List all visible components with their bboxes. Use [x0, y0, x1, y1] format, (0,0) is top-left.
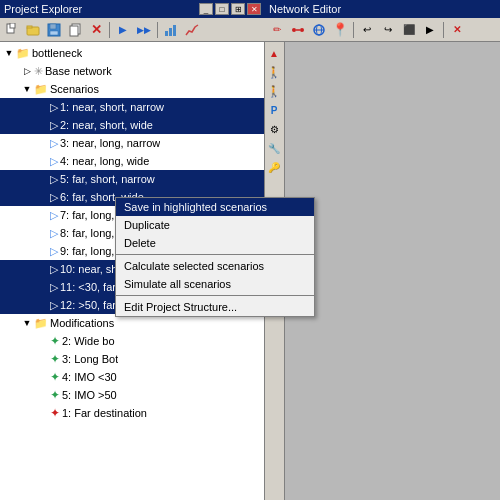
modifications-folder-label: Modifications: [50, 317, 114, 329]
right-title-bar: Network Editor: [265, 0, 500, 18]
toolbar-btn-copy[interactable]: [65, 20, 85, 40]
expand-m5: [36, 388, 50, 402]
context-menu-item-edit-project[interactable]: Edit Project Structure...: [116, 298, 314, 316]
toolbar-btn-delete[interactable]: ✕: [86, 20, 106, 40]
tree-item-scenarios-folder[interactable]: ▼ 📁 Scenarios: [0, 80, 264, 98]
left-title-bar: Project Explorer _ □ ⊞ ✕: [0, 0, 265, 18]
tree-item-s3[interactable]: ▷ 3: near, long, narrow: [0, 134, 264, 152]
context-menu-item-duplicate[interactable]: Duplicate: [116, 216, 314, 234]
close-btn[interactable]: ✕: [247, 3, 261, 15]
side-icon-wrench[interactable]: 🔧: [265, 139, 283, 157]
expand-s2: [36, 118, 50, 132]
project-explorer-panel: ▼ 📁 bottleneck ▷ ✳ Base network ▼ 📁 Scen…: [0, 42, 265, 500]
scenario-icon-s8: ▷: [50, 227, 58, 240]
tree-item-s4[interactable]: ▷ 4: near, long, wide: [0, 152, 264, 170]
context-menu-item-simulate[interactable]: Simulate all scenarios: [116, 275, 314, 293]
tree-item-m5[interactable]: ✦ 5: IMO >50: [0, 386, 264, 404]
scenario-icon-s2: ▷: [50, 119, 58, 132]
svg-rect-10: [169, 28, 172, 36]
toolbar-btn-play-all[interactable]: ▶▶: [134, 20, 154, 40]
expand-s9: [36, 244, 50, 258]
duplicate-label: Duplicate: [124, 219, 170, 231]
mod-icon-m2: ✦: [50, 334, 60, 348]
net-sep-2: [443, 22, 444, 38]
tree-item-m4[interactable]: ✦ 4: IMO <30: [0, 368, 264, 386]
svg-rect-5: [50, 24, 56, 29]
s2-label: 2: near, short, wide: [60, 119, 153, 131]
side-icon-settings[interactable]: ⚙: [265, 120, 283, 138]
context-menu-item-calculate[interactable]: Calculate selected scenarios: [116, 257, 314, 275]
toolbar-btn-chart[interactable]: [161, 20, 181, 40]
expand-s7: [36, 208, 50, 222]
side-icon-triangle[interactable]: ▲: [265, 44, 283, 62]
base-network-icon: ✳: [34, 65, 43, 78]
expand-s6: [36, 190, 50, 204]
tree-item-m2[interactable]: ✦ 2: Wide bo: [0, 332, 264, 350]
expand-scenarios[interactable]: ▼: [20, 82, 34, 96]
side-icon-key[interactable]: 🔑: [265, 158, 283, 176]
left-panel-title: Project Explorer: [4, 3, 199, 15]
toolbar-btn-open[interactable]: [23, 20, 43, 40]
net-close-btn[interactable]: ✕: [447, 20, 467, 40]
toolbar-separator-1: [109, 22, 110, 38]
minimize-btn[interactable]: _: [199, 3, 213, 15]
expand-s1: [36, 100, 50, 114]
pin-btn[interactable]: ⊞: [231, 3, 245, 15]
net-globe-btn[interactable]: [309, 20, 329, 40]
context-menu-item-save[interactable]: Save in highlighted scenarios: [116, 198, 314, 216]
side-icon-parking[interactable]: P: [265, 101, 283, 119]
context-menu-separator: [116, 254, 314, 255]
expand-root[interactable]: ▼: [2, 46, 16, 60]
svg-rect-8: [70, 26, 78, 36]
net-run-btn[interactable]: ▶: [420, 20, 440, 40]
net-pin-btn[interactable]: 📍: [330, 20, 350, 40]
net-link-btn[interactable]: [288, 20, 308, 40]
toolbar-separator-2: [157, 22, 158, 38]
svg-rect-9: [165, 31, 168, 36]
tree-item-s1[interactable]: ▷ 1: near, short, narrow: [0, 98, 264, 116]
m3-label: 3: Long Bot: [62, 353, 118, 365]
expand-mods[interactable]: ▼: [20, 316, 34, 330]
side-icon-person1[interactable]: 🚶: [265, 63, 283, 81]
s4-label: 4: near, long, wide: [60, 155, 149, 167]
expand-s4: [36, 154, 50, 168]
simulate-label: Simulate all scenarios: [124, 278, 231, 290]
expand-s8: [36, 226, 50, 240]
save-highlighted-label: Save in highlighted scenarios: [124, 201, 267, 213]
canvas-area: [285, 42, 500, 500]
net-box-btn[interactable]: ⬛: [399, 20, 419, 40]
expand-m3: [36, 352, 50, 366]
tree-item-base-network[interactable]: ▷ ✳ Base network: [0, 62, 264, 80]
expand-s5: [36, 172, 50, 186]
scenarios-folder-icon: 📁: [34, 83, 48, 96]
tree-item-m1[interactable]: ✦ 1: Far destination: [0, 404, 264, 422]
toolbar-btn-new[interactable]: [2, 20, 22, 40]
side-icon-person2[interactable]: 🚶: [265, 82, 283, 100]
tree-item-s5[interactable]: ▷ 5: far, short, narrow: [0, 170, 264, 188]
svg-rect-1: [10, 23, 15, 28]
net-undo-btn[interactable]: ↩: [357, 20, 377, 40]
expand-m1: [36, 406, 50, 420]
expand-base[interactable]: ▷: [20, 64, 34, 78]
tree-item-s2[interactable]: ▷ 2: near, short, wide: [0, 116, 264, 134]
m1-label: 1: Far destination: [62, 407, 147, 419]
delete-label: Delete: [124, 237, 156, 249]
net-edit-btn[interactable]: ✏: [267, 20, 287, 40]
scenario-icon-s5: ▷: [50, 173, 58, 186]
tree-item-m3[interactable]: ✦ 3: Long Bot: [0, 350, 264, 368]
svg-rect-11: [173, 25, 176, 36]
toolbar-btn-graph[interactable]: [182, 20, 202, 40]
m4-label: 4: IMO <30: [62, 371, 117, 383]
expand-s3: [36, 136, 50, 150]
toolbar-btn-play[interactable]: ▶: [113, 20, 133, 40]
edit-project-label: Edit Project Structure...: [124, 301, 237, 313]
mod-icon-m4: ✦: [50, 370, 60, 384]
tree-item-root[interactable]: ▼ 📁 bottleneck: [0, 44, 264, 62]
scenario-icon-s6: ▷: [50, 191, 58, 204]
scenario-icon-s3: ▷: [50, 137, 58, 150]
context-menu-item-delete[interactable]: Delete: [116, 234, 314, 252]
net-redo-btn[interactable]: ↪: [378, 20, 398, 40]
toolbar-btn-save[interactable]: [44, 20, 64, 40]
folder-icon: 📁: [16, 47, 30, 60]
maximize-btn[interactable]: □: [215, 3, 229, 15]
